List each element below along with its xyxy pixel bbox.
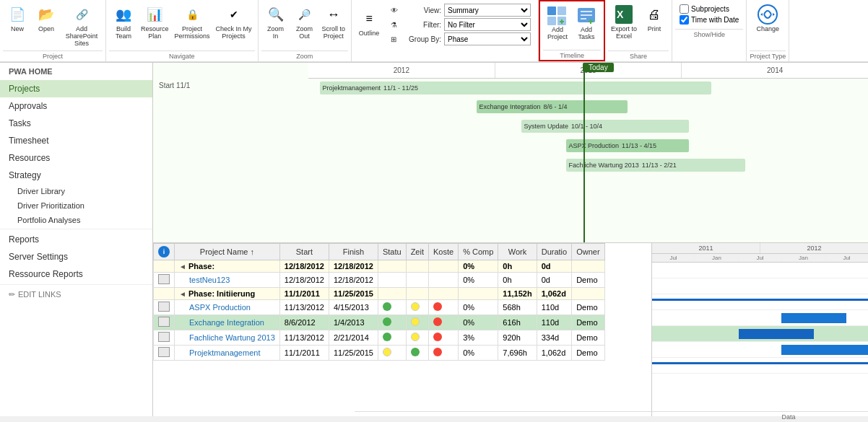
subprojects-checkbox[interactable] bbox=[680, 4, 689, 14]
th-work[interactable]: Work bbox=[498, 243, 537, 260]
th-info: i bbox=[154, 243, 175, 260]
change-button[interactable]: Change bbox=[753, 1, 782, 35]
th-project-name[interactable]: Project Name ↑ bbox=[175, 243, 280, 260]
print-icon: 🖨 bbox=[643, 3, 666, 26]
ribbon-group-project-inner: 📄 New 📂 Open 🔗 Add SharePointSites bbox=[3, 1, 103, 49]
mini-row-7 bbox=[652, 358, 868, 374]
th-pct-comp[interactable]: % Comp bbox=[459, 243, 498, 260]
groupby-icon: ⊞ bbox=[391, 35, 402, 43]
exchange-link[interactable]: Exchange Integration bbox=[189, 318, 264, 327]
change-label: Change bbox=[757, 26, 780, 33]
scroll-label: Scroll toProject bbox=[322, 26, 346, 40]
filter-row: ⚗ Filter: No Filter bbox=[391, 18, 531, 31]
navigate-group-label: Navigate bbox=[109, 50, 255, 60]
sidebar-item-approvals[interactable]: Approvals bbox=[0, 97, 152, 115]
sidebar-item-timesheet[interactable]: Timesheet bbox=[0, 132, 152, 149]
phase1-owner bbox=[572, 260, 604, 272]
pm-icon bbox=[154, 345, 175, 360]
view-select[interactable]: Summary bbox=[444, 4, 531, 17]
aspx-start: 11/13/2012 bbox=[279, 299, 329, 315]
svg-rect-1 bbox=[557, 6, 566, 15]
sharepoint-icon: 🔗 bbox=[70, 3, 93, 26]
fachliche-owner: Demo bbox=[572, 330, 604, 345]
today-label: Today bbox=[583, 63, 614, 72]
fachliche-status-dot bbox=[383, 333, 391, 341]
svg-rect-2 bbox=[547, 17, 556, 25]
exchange-finish: 1/4/2013 bbox=[329, 315, 378, 330]
export-excel-button[interactable]: X Export toExcel bbox=[608, 1, 640, 42]
pm-work: 7,696h bbox=[498, 345, 537, 360]
pm-pct: 0% bbox=[459, 345, 498, 360]
aspx-link[interactable]: ASPX Production bbox=[189, 303, 251, 312]
scroll-to-button[interactable]: ↔ Scroll toProject bbox=[319, 1, 349, 42]
sidebar-item-projects[interactable]: Projects bbox=[0, 80, 152, 97]
pm-link[interactable]: Projektmanagement bbox=[189, 348, 260, 357]
row-icon-pm bbox=[158, 347, 170, 357]
new-button[interactable]: 📄 New bbox=[3, 1, 32, 35]
add-sharepoint-button[interactable]: 🔗 Add SharePointSites bbox=[61, 1, 103, 49]
filter-select[interactable]: No Filter bbox=[444, 18, 531, 31]
project-permissions-button[interactable]: 🔒 ProjectPermissions bbox=[172, 1, 213, 42]
expand-icon-1[interactable]: ◄ bbox=[179, 263, 186, 271]
outline-button[interactable]: ≡ Outline bbox=[355, 6, 383, 39]
sidebar-sub-driver-library[interactable]: Driver Library bbox=[0, 184, 152, 198]
sidebar-item-server-settings[interactable]: Server Settings bbox=[0, 248, 152, 265]
add-project-button[interactable]: AddProject bbox=[543, 2, 572, 43]
expand-icon-2[interactable]: ◄ bbox=[179, 290, 186, 298]
mini-row-6 bbox=[652, 342, 868, 358]
sidebar-sub-portfolio-analyses[interactable]: Portfolio Analyses bbox=[0, 213, 152, 227]
aspx-kosten-dot bbox=[433, 302, 442, 311]
print-button[interactable]: 🖨 Print bbox=[640, 1, 669, 35]
table-row-exchange: Exchange Integration 8/6/2012 1/4/2013 0… bbox=[154, 315, 605, 330]
fachliche-finish: 2/21/2014 bbox=[329, 330, 378, 345]
groupby-label: Group By: bbox=[405, 35, 441, 43]
exchange-zeit-dot bbox=[411, 317, 420, 326]
th-owner[interactable]: Owner bbox=[572, 243, 604, 260]
sidebar-item-strategy[interactable]: Strategy bbox=[0, 167, 152, 184]
th-duration[interactable]: Duratio bbox=[537, 243, 571, 260]
mini-bar-fachliche bbox=[781, 345, 868, 355]
mini-bar-aspx bbox=[781, 313, 846, 323]
zoom-in-button[interactable]: 🔍 ZoomIn bbox=[261, 1, 290, 42]
ribbon-group-zoom: 🔍 ZoomIn 🔎 ZoomOut ↔ Scroll toProject Zo… bbox=[259, 0, 352, 61]
fachliche-link[interactable]: Fachliche Wartung 2013 bbox=[189, 333, 275, 342]
build-team-button[interactable]: 👥 BuildTeam bbox=[109, 1, 138, 42]
phase2-finish: 11/25/2015 bbox=[329, 287, 378, 299]
table-row-phase2: ◄ Phase: Initiierung 11/1/2011 11/25/201… bbox=[154, 287, 605, 299]
aspx-finish: 4/15/2013 bbox=[329, 299, 378, 315]
zoom-in-label: ZoomIn bbox=[267, 26, 284, 40]
edit-links[interactable]: ✏ EDIT LINKS bbox=[0, 286, 152, 303]
table-row-fachliche: Fachliche Wartung 2013 11/13/2012 2/21/2… bbox=[154, 330, 605, 345]
sidebar-item-ressource-reports[interactable]: Ressource Reports bbox=[0, 265, 152, 283]
table-container[interactable]: i Project Name ↑ Start Finish Statu Zeit… bbox=[153, 243, 651, 416]
th-zeit[interactable]: Zeit bbox=[406, 243, 428, 260]
add-project-icon bbox=[546, 4, 569, 27]
sidebar-item-tasks[interactable]: Tasks bbox=[0, 115, 152, 132]
phase2-duration: 1,062d bbox=[537, 287, 571, 299]
open-button[interactable]: 📂 Open bbox=[32, 1, 61, 35]
sidebar-divider-2 bbox=[0, 284, 152, 285]
th-kosten[interactable]: Koste bbox=[428, 243, 458, 260]
table-header-row: i Project Name ↑ Start Finish Statu Zeit… bbox=[154, 243, 605, 260]
testneu-link[interactable]: testNeu123 bbox=[189, 276, 230, 284]
resource-plan-button[interactable]: 📊 ResourcePlan bbox=[138, 1, 172, 42]
sidebar-pwa-home[interactable]: PWA HOME bbox=[0, 63, 152, 80]
time-with-date-checkbox[interactable] bbox=[680, 15, 689, 25]
th-finish[interactable]: Finish bbox=[329, 243, 378, 260]
data-group-label: Data bbox=[355, 411, 868, 416]
th-status[interactable]: Statu bbox=[378, 243, 406, 260]
th-start[interactable]: Start bbox=[279, 243, 329, 260]
add-tasks-button[interactable]: AddTasks bbox=[572, 2, 601, 43]
sidebar-item-resources[interactable]: Resources bbox=[0, 149, 152, 167]
fachliche-name: Fachliche Wartung 2013 bbox=[175, 330, 280, 345]
sidebar-sub-driver-prioritization[interactable]: Driver Prioritization bbox=[0, 198, 152, 213]
pm-zeit-dot bbox=[411, 348, 420, 356]
sidebar-item-reports[interactable]: Reports bbox=[0, 231, 152, 248]
groupby-select[interactable]: Phase bbox=[444, 32, 531, 45]
check-in-button[interactable]: ✔ Check In MyProjects bbox=[213, 1, 255, 42]
zoom-out-button[interactable]: 🔎 ZoomOut bbox=[290, 1, 319, 42]
row-icon-aspx bbox=[158, 302, 170, 312]
exchange-owner: Demo bbox=[572, 315, 604, 330]
phase2-work: 11,152h bbox=[498, 287, 537, 299]
exchange-icon bbox=[154, 315, 175, 330]
